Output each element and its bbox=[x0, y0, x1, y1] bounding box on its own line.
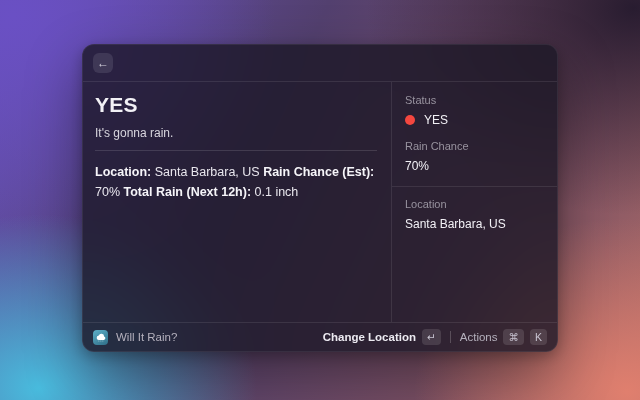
return-key-badge: ↵ bbox=[422, 329, 441, 345]
actions-button[interactable]: Actions bbox=[460, 331, 498, 343]
status-value: YES bbox=[424, 113, 448, 127]
location-label: Location bbox=[405, 198, 545, 210]
status-dot-icon bbox=[405, 115, 415, 125]
footer-bar: Will It Rain? Change Location ↵ Actions … bbox=[83, 322, 557, 351]
horizontal-rule bbox=[95, 150, 377, 151]
change-location-button[interactable]: Change Location bbox=[323, 331, 416, 343]
back-button[interactable]: ← bbox=[93, 53, 113, 73]
meta-label-total-rain: Total Rain (Next 12h): bbox=[124, 185, 255, 199]
command-key-badge: ⌘ bbox=[503, 329, 524, 345]
cloud-rain-icon bbox=[93, 330, 108, 345]
meta-value-rain-chance: 70% bbox=[95, 185, 124, 199]
window-titlebar: ← bbox=[83, 45, 557, 82]
meta-value-location: Santa Barbara, US bbox=[155, 165, 263, 179]
meta-label-location: Location: bbox=[95, 165, 155, 179]
rain-chance-label: Rain Chance bbox=[405, 140, 545, 152]
meta-value-total-rain: 0.1 inch bbox=[255, 185, 299, 199]
result-metadata: Location: Santa Barbara, US Rain Chance … bbox=[95, 162, 377, 202]
result-title: YES bbox=[95, 93, 377, 117]
main-panel: YES It's gonna rain. Location: Santa Bar… bbox=[83, 82, 391, 322]
meta-label-rain-chance: Rain Chance (Est): bbox=[263, 165, 374, 179]
k-key-badge: K bbox=[530, 329, 547, 345]
status-label: Status bbox=[405, 94, 545, 106]
footer-separator bbox=[450, 331, 451, 343]
rain-chance-value: 70% bbox=[405, 159, 545, 173]
app-name: Will It Rain? bbox=[116, 331, 177, 343]
desktop-background: { "window": { "header": { "back_icon": "… bbox=[0, 0, 640, 400]
location-text: Santa Barbara, US bbox=[405, 217, 506, 231]
location-value: Santa Barbara, US bbox=[405, 217, 545, 231]
result-subtitle: It's gonna rain. bbox=[95, 126, 377, 140]
sidebar-divider bbox=[392, 186, 557, 187]
content-area: YES It's gonna rain. Location: Santa Bar… bbox=[83, 82, 557, 322]
rain-chance-text: 70% bbox=[405, 159, 429, 173]
app-window: ← YES It's gonna rain. Location: Santa B… bbox=[82, 44, 558, 352]
metadata-sidebar: Status YES Rain Chance 70% Location Sant… bbox=[391, 82, 557, 322]
status-value-row: YES bbox=[405, 113, 545, 127]
